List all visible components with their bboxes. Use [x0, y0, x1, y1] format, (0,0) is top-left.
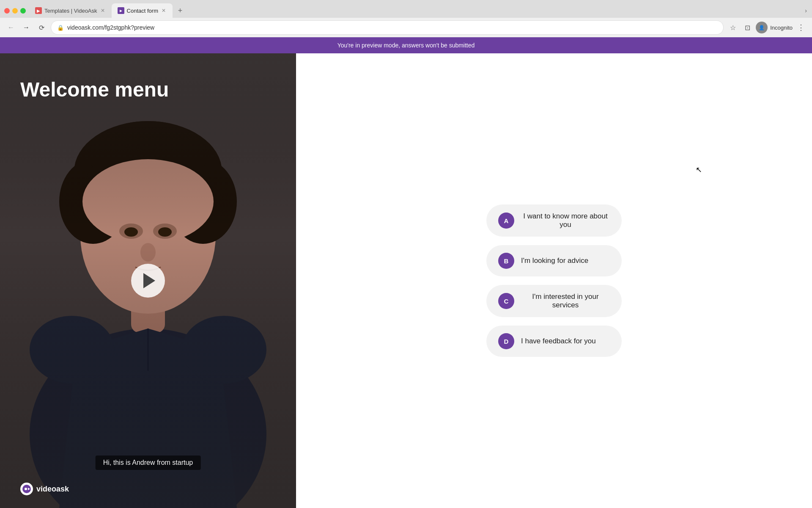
option-c-button[interactable]: C I'm interested in your services — [486, 285, 622, 317]
main-content: Welcome menu Hi, this is Andrew from sta… — [0, 53, 812, 508]
address-bar[interactable]: 🔒 videoask.com/fg2stgphk?preview — [51, 20, 724, 35]
back-button[interactable]: ← — [5, 22, 17, 33]
tab-bar-right: › — [805, 7, 812, 14]
tab-label-templates: Templates | VideoAsk — [44, 8, 97, 14]
reload-button[interactable]: ⟳ — [36, 22, 47, 33]
browser-chrome: ▶ Templates | VideoAsk ✕ ▶ Contact form … — [0, 0, 812, 37]
videoask-logo: videoask — [20, 483, 69, 495]
tab-label-contact-form: Contact form — [127, 8, 158, 14]
toolbar-actions: ☆ ⊡ 👤 Incognito ⋮ — [727, 22, 807, 33]
preview-banner: You're in preview mode, answers won't be… — [0, 37, 812, 53]
option-d-label: I have feedback for you — [521, 337, 596, 345]
tab-bar: ▶ Templates | VideoAsk ✕ ▶ Contact form … — [0, 0, 812, 18]
tab-favicon-contact-form: ▶ — [118, 7, 124, 14]
tab-bar-chevron[interactable]: › — [805, 7, 807, 14]
option-b-button[interactable]: B I'm looking for advice — [486, 245, 622, 276]
option-c-label: I'm interested in your services — [521, 293, 610, 309]
options-panel: A I want to know more about you B I'm lo… — [296, 53, 812, 508]
lock-icon: 🔒 — [57, 25, 64, 31]
logo-text: videoask — [36, 485, 69, 494]
forward-button[interactable]: → — [20, 22, 32, 33]
incognito-label: Incognito — [770, 25, 793, 31]
tab-close-templates[interactable]: ✕ — [100, 8, 106, 14]
tab-templates[interactable]: ▶ Templates | VideoAsk ✕ — [29, 3, 112, 18]
tab-close-contact-form[interactable]: ✕ — [161, 8, 167, 14]
play-icon — [143, 273, 155, 288]
url-text: videoask.com/fg2stgphk?preview — [67, 24, 717, 31]
more-options-button[interactable]: ⋮ — [795, 22, 807, 33]
bookmark-button[interactable]: ☆ — [727, 22, 739, 33]
cursor: ↖ — [696, 165, 702, 174]
maximize-window-button[interactable] — [20, 8, 26, 14]
subtitle-bar: Hi, this is Andrew from startup — [96, 456, 201, 470]
option-d-badge: D — [498, 333, 514, 349]
play-button[interactable] — [131, 264, 165, 298]
profile-button[interactable]: 👤 — [756, 22, 768, 33]
option-d-button[interactable]: D I have feedback for you — [486, 326, 622, 357]
option-c-badge: C — [498, 293, 514, 309]
option-a-badge: A — [498, 213, 514, 229]
welcome-title: Welcome menu — [20, 79, 169, 101]
close-window-button[interactable] — [4, 8, 10, 14]
option-a-button[interactable]: A I want to know more about you — [486, 204, 622, 237]
traffic-lights — [4, 8, 29, 14]
video-background: Welcome menu Hi, this is Andrew from sta… — [0, 53, 296, 508]
option-a-label: I want to know more about you — [521, 212, 610, 229]
split-view-button[interactable]: ⊡ — [741, 22, 753, 33]
logo-icon — [20, 483, 33, 495]
option-b-badge: B — [498, 253, 514, 269]
minimize-window-button[interactable] — [12, 8, 18, 14]
option-b-label: I'm looking for advice — [521, 257, 588, 265]
toolbar: ← → ⟳ 🔒 videoask.com/fg2stgphk?preview ☆… — [0, 18, 812, 37]
subtitle-text: Hi, this is Andrew from startup — [103, 459, 193, 466]
svg-point-24 — [25, 488, 27, 490]
new-tab-button[interactable]: + — [174, 5, 186, 17]
tab-favicon-templates: ▶ — [35, 7, 42, 14]
video-panel: Welcome menu Hi, this is Andrew from sta… — [0, 53, 296, 508]
preview-banner-text: You're in preview mode, answers won't be… — [337, 42, 475, 49]
tab-contact-form[interactable]: ▶ Contact form ✕ — [112, 3, 173, 18]
